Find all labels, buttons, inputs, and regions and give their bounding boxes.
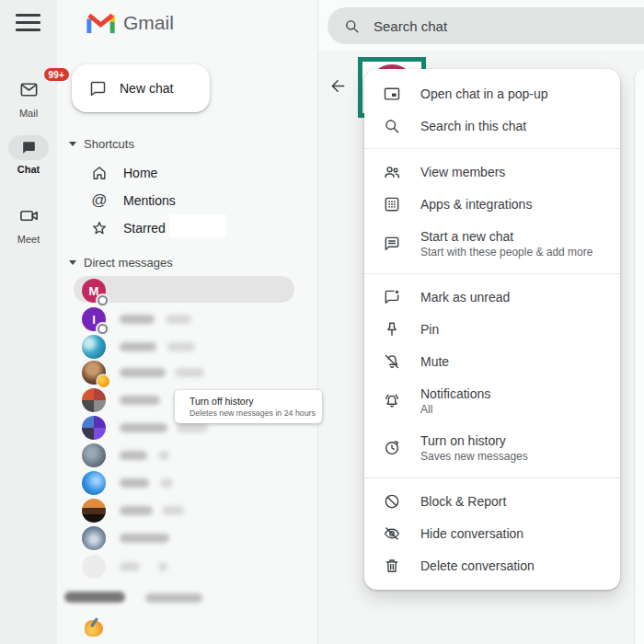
avatar: [82, 471, 106, 495]
gmail-m-icon: [86, 12, 115, 34]
dm-row-selected[interactable]: M: [57, 278, 317, 304]
home-icon: [90, 164, 109, 182]
menu-item-label: Open chat in a pop-up: [420, 86, 548, 101]
menu-item-notifications[interactable]: Notifications All: [364, 377, 620, 424]
dm-row[interactable]: [57, 334, 317, 360]
space-emoji-avatar: [85, 620, 103, 637]
menu-item-turn-on-history[interactable]: Turn on history Saves new messages: [364, 424, 620, 471]
members-icon: [382, 163, 402, 181]
menu-item-block-report[interactable]: Block & Report: [364, 485, 620, 517]
dm-row[interactable]: [57, 470, 317, 496]
menu-section-conversation: Mark as unread Pin Mute: [364, 273, 620, 477]
mute-icon: [382, 352, 402, 371]
menu-section-window: Open chat in a pop-up Search in this cha…: [364, 71, 620, 148]
tooltip-subtitle: Deletes new messages in 24 hours: [190, 408, 316, 418]
redacted-name: [120, 478, 149, 488]
menu-item-label: Search in this chat: [420, 119, 526, 133]
dm-row[interactable]: [57, 443, 317, 468]
mail-icon: 99+: [18, 77, 40, 101]
menu-item-label: Pin: [420, 322, 439, 337]
rail-label-meet: Meet: [0, 234, 57, 245]
group-avatar: [82, 416, 106, 440]
dm-row[interactable]: [57, 554, 317, 580]
dm-row[interactable]: [57, 525, 317, 551]
redacted-name: [120, 396, 160, 405]
chat-active-pill: [8, 135, 49, 160]
conversation-context-menu: Open chat in a pop-up Search in this cha…: [364, 69, 620, 590]
menu-item-label: Hide conversation: [420, 526, 523, 541]
group-avatar: [82, 388, 106, 412]
direct-messages-section-header[interactable]: Direct messages: [69, 256, 173, 270]
rail-label-chat: Chat: [0, 164, 57, 175]
dm-header-label: Direct messages: [84, 256, 173, 270]
avatar: [82, 443, 106, 467]
redacted-text: [167, 342, 195, 351]
collapse-triangle-icon: [69, 142, 76, 146]
menu-item-view-members[interactable]: View members: [364, 155, 620, 188]
sidebar-item-mentions[interactable]: @ Mentions: [57, 188, 317, 213]
search-bar[interactable]: [328, 7, 644, 44]
menu-item-hide-conversation[interactable]: Hide conversation: [364, 517, 620, 549]
rail-item-meet[interactable]: Meet: [0, 203, 57, 245]
mark-unread-icon: [382, 288, 402, 306]
meet-icon: [18, 203, 40, 227]
redacted-name: [120, 506, 153, 515]
menu-item-start-new-chat[interactable]: Start a new chat Start with these people…: [364, 220, 620, 267]
menu-item-delete-conversation[interactable]: Delete conversation: [364, 549, 620, 581]
status-offline-icon: [98, 295, 108, 305]
redacted-name: [120, 562, 140, 571]
redacted-name: [120, 423, 167, 432]
mentions-label: Mentions: [123, 193, 176, 208]
menu-item-label: Start a new chat: [420, 229, 592, 244]
redacted-name: [120, 368, 166, 377]
history-icon: [382, 439, 402, 457]
redacted-name: [120, 451, 147, 460]
space-row[interactable]: [57, 616, 317, 640]
search-icon: [382, 117, 402, 135]
search-icon: [343, 17, 361, 35]
menu-item-open-popup[interactable]: Open chat in a pop-up: [364, 77, 620, 109]
redacted-text: [158, 451, 169, 460]
block-icon: [382, 492, 402, 511]
redacted-name: [120, 342, 156, 351]
gmail-logo: Gmail: [86, 12, 174, 34]
starred-label: Starred: [123, 221, 166, 236]
redacted-text: [166, 315, 191, 324]
menu-item-label: Block & Report: [420, 494, 506, 509]
avatar: [82, 555, 106, 579]
rail-item-mail[interactable]: 99+ Mail: [0, 77, 57, 119]
rail-item-chat[interactable]: Chat: [0, 135, 57, 175]
home-label: Home: [123, 166, 157, 180]
notifications-icon: [382, 392, 402, 410]
redacted-text: [158, 562, 167, 571]
menu-item-apps-integrations[interactable]: Apps & integrations: [364, 188, 620, 220]
redacted-area: [169, 214, 226, 237]
menu-item-pin[interactable]: Pin: [364, 313, 620, 345]
search-input[interactable]: [374, 18, 576, 34]
menu-item-search-chat[interactable]: Search in this chat: [364, 109, 620, 142]
menu-item-label: Notifications: [420, 386, 490, 401]
hamburger-menu-icon[interactable]: [16, 14, 40, 32]
pin-icon: [382, 320, 402, 339]
menu-item-mark-unread[interactable]: Mark as unread: [364, 281, 620, 313]
collapse-triangle-icon: [69, 260, 76, 265]
shortcuts-section-header[interactable]: Shortcuts: [69, 137, 134, 151]
new-chat-icon: [88, 79, 108, 98]
avatar: [82, 499, 106, 523]
history-tooltip: Turn off history Deletes new messages in…: [175, 390, 322, 423]
menu-item-sublabel: Saves new messages: [420, 450, 528, 463]
dm-row[interactable]: I: [57, 306, 317, 332]
search-bar-strip: [318, 0, 644, 51]
new-chat-button[interactable]: New chat: [72, 64, 210, 112]
collapsed-section-row[interactable]: [57, 589, 317, 607]
trash-icon: [382, 557, 402, 575]
app-rail: 99+ Mail Chat Meet: [0, 0, 57, 644]
dm-row[interactable]: [57, 498, 317, 523]
sidebar-item-home[interactable]: Home: [57, 160, 317, 186]
chat-panel-edge: [634, 69, 644, 644]
menu-item-mute[interactable]: Mute: [364, 345, 620, 377]
dm-row[interactable]: [57, 360, 317, 385]
back-arrow-icon[interactable]: [328, 76, 348, 99]
redacted-text: [175, 368, 204, 377]
chat-main-area: M Open chat in a pop-up: [317, 0, 644, 644]
